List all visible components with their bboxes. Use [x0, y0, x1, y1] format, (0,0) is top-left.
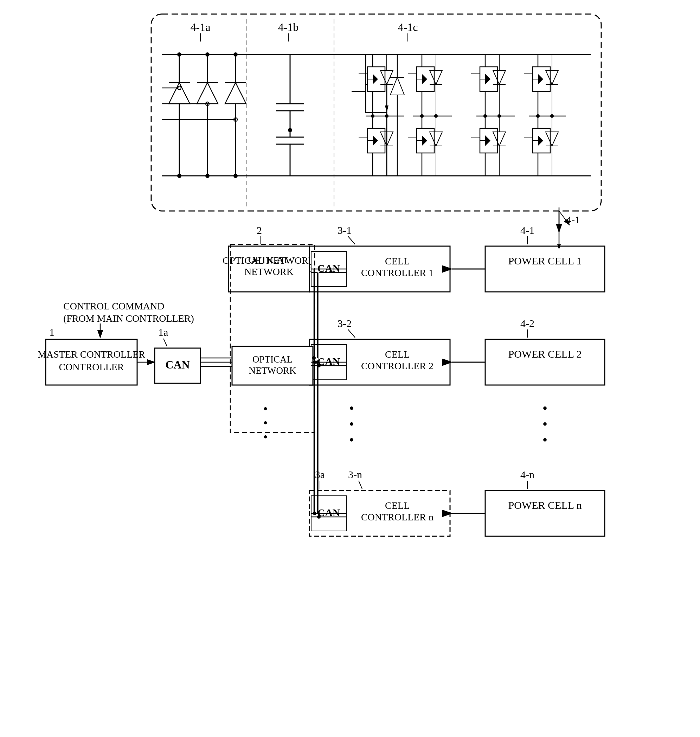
power-cell-n-label: POWER CELL n — [508, 499, 582, 511]
svg-line-156 — [348, 236, 355, 244]
dots-pc: • — [543, 400, 547, 416]
cell-controller-1: CELL — [385, 256, 410, 266]
svg-text:•: • — [263, 430, 268, 444]
svg-point-44 — [288, 128, 292, 132]
svg-point-24 — [234, 52, 238, 57]
svg-text:•: • — [263, 416, 268, 430]
ref-4-1-label: 4-1 — [521, 224, 534, 236]
svg-line-177 — [359, 481, 362, 489]
cell-controller-nb: CONTROLLER n — [361, 512, 434, 522]
dots-on: • — [263, 402, 268, 416]
power-cell-1-label: POWER CELL 1 — [508, 255, 582, 266]
svg-point-23 — [205, 52, 210, 57]
svg-point-25 — [177, 174, 181, 178]
cell-controller-1b: CONTROLLER 1 — [361, 267, 434, 278]
svg-text:OPTICAL: OPTICAL — [248, 254, 290, 265]
label-4-1b: 4-1b — [278, 21, 299, 34]
svg-point-220 — [313, 512, 316, 515]
svg-line-186 — [163, 338, 167, 346]
ref-4-2-label: 4-2 — [521, 318, 534, 329]
svg-point-22 — [177, 52, 181, 57]
optical-network-2: OPTICAL — [253, 354, 293, 365]
ref-3-n: 3-n — [348, 469, 362, 480]
svg-text:•: • — [349, 432, 354, 448]
svg-text:•: • — [543, 416, 547, 432]
from-main-label: (FROM MAIN CONTROLLER) — [63, 313, 194, 324]
ref-3a: 3a — [315, 469, 325, 480]
ref-3-1-label: 3-1 — [338, 224, 351, 236]
svg-rect-181 — [485, 490, 605, 536]
svg-marker-19 — [225, 82, 246, 104]
svg-marker-56 — [390, 77, 404, 95]
svg-text:NETWORK: NETWORK — [244, 266, 294, 277]
ref-2-label: 2 — [257, 224, 262, 236]
svg-point-202 — [312, 356, 316, 360]
optical-network-2b: NETWORK — [249, 365, 296, 376]
can-1a-label: CAN — [165, 358, 190, 371]
label-4-1c: 4-1c — [398, 21, 418, 34]
diagram-container: 4-1a 4-1b 4-1c — [0, 0, 700, 737]
svg-rect-170 — [485, 339, 605, 385]
svg-point-26 — [205, 174, 210, 178]
svg-point-219 — [317, 364, 321, 368]
power-cell-2-label: POWER CELL 2 — [508, 348, 582, 360]
svg-line-166 — [348, 330, 355, 338]
dots-cc: • — [349, 400, 354, 416]
ref-1: 1 — [49, 326, 54, 338]
master-controller-label: MASTER CONTROLLER — [38, 349, 145, 360]
control-command-label: CONTROL COMMAND — [63, 301, 165, 312]
label-4-1a: 4-1a — [191, 21, 210, 34]
svg-rect-160 — [485, 246, 605, 292]
master-controller-label2: CONTROLLER — [59, 362, 124, 372]
svg-point-221 — [317, 515, 321, 519]
ref-3-2: 3-2 — [338, 318, 351, 329]
ref-1a: 1a — [158, 326, 168, 338]
svg-point-218 — [313, 360, 316, 364]
svg-marker-15 — [197, 82, 218, 104]
svg-point-27 — [234, 174, 238, 178]
svg-text:•: • — [543, 432, 547, 448]
cell-controller-2b: CONTROLLER 2 — [361, 360, 434, 371]
cell-controller-n: CELL — [385, 500, 410, 511]
ref-4-n-label: 4-n — [521, 469, 534, 480]
cell-controller-2: CELL — [385, 349, 410, 360]
svg-text:•: • — [349, 416, 354, 432]
